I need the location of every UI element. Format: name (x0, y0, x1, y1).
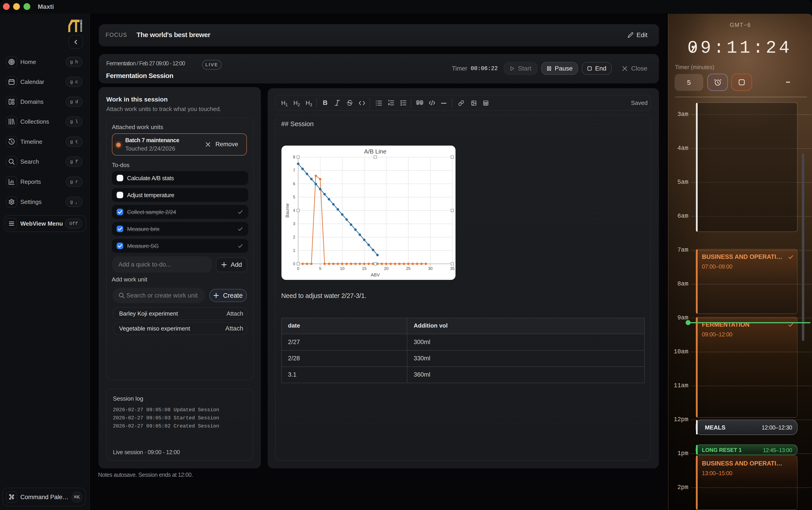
svg-text:99: 99 (416, 99, 424, 106)
svg-text:4: 4 (293, 208, 295, 213)
svg-text:10: 10 (340, 266, 345, 271)
svg-text:6: 6 (293, 181, 295, 186)
svg-text:7: 7 (293, 168, 295, 173)
svg-text:20: 20 (384, 266, 388, 271)
svg-text:2: 2 (293, 235, 295, 239)
svg-text:5: 5 (293, 195, 295, 199)
svg-text:Baume: Baume (285, 203, 290, 218)
svg-text:25: 25 (406, 266, 410, 271)
svg-text:1: 1 (293, 248, 295, 253)
svg-text:ABV: ABV (371, 273, 380, 277)
svg-text:15: 15 (362, 266, 367, 271)
svg-text:3: 3 (293, 222, 295, 226)
svg-text:A/B Line: A/B Line (364, 148, 386, 155)
svg-text:8: 8 (293, 155, 295, 159)
svg-text:0: 0 (297, 266, 299, 271)
svg-text:30: 30 (428, 266, 433, 271)
svg-text:0: 0 (293, 261, 295, 266)
svg-text:35: 35 (450, 266, 455, 271)
svg-text:5: 5 (319, 266, 321, 271)
